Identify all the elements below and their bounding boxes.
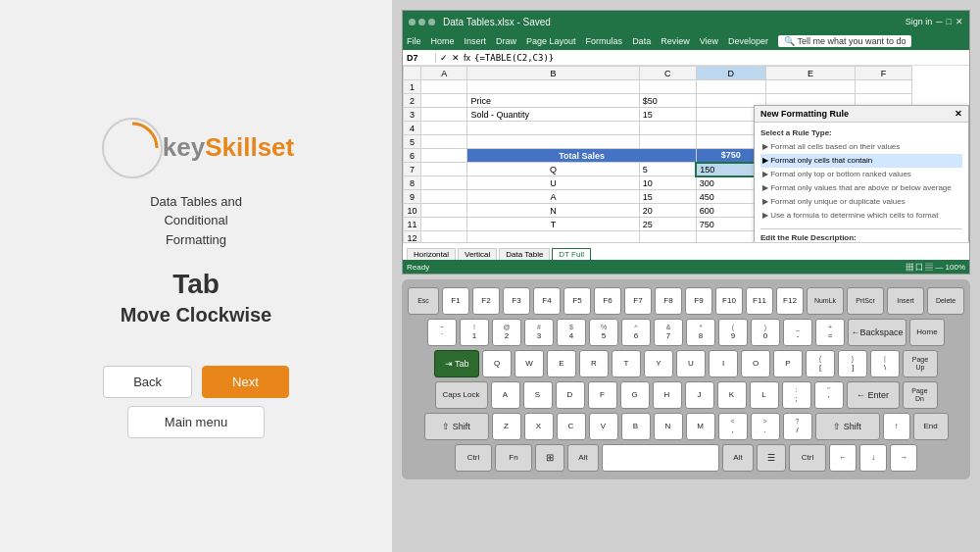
b-key[interactable]: B: [621, 413, 651, 440]
p-key[interactable]: P: [773, 350, 803, 377]
backspace-key[interactable]: ←Backspace: [848, 319, 906, 346]
z-key[interactable]: Z: [492, 413, 521, 440]
a-key[interactable]: A: [491, 381, 520, 409]
j-key[interactable]: J: [685, 381, 714, 409]
3-key[interactable]: #3: [524, 319, 554, 346]
right-shift-key[interactable]: ⇧ Shift: [815, 413, 880, 440]
r-key[interactable]: R: [579, 350, 609, 377]
comma-key[interactable]: <,: [718, 413, 748, 440]
right-alt-key[interactable]: Alt: [722, 444, 754, 472]
f6-key[interactable]: F6: [594, 287, 621, 315]
win-key[interactable]: ⊞: [535, 444, 564, 472]
slash-key[interactable]: ?/: [783, 413, 812, 440]
left-shift-key[interactable]: ⇧ Shift: [424, 413, 489, 440]
w-key[interactable]: W: [514, 350, 544, 377]
tilde-key[interactable]: ~`: [427, 319, 457, 346]
down-arrow-key[interactable]: ↓: [859, 444, 887, 472]
f3-key[interactable]: F3: [503, 287, 530, 315]
f5-key[interactable]: F5: [564, 287, 591, 315]
main-menu-button[interactable]: Main menu: [127, 406, 265, 438]
rule-type-1[interactable]: ▶ Format all cells based on their values: [760, 140, 962, 154]
up-arrow-key[interactable]: ↑: [883, 413, 910, 440]
4-key[interactable]: $4: [557, 319, 586, 346]
c-key[interactable]: C: [557, 413, 586, 440]
rule-type-4[interactable]: ▶ Format only values that are above or b…: [760, 181, 962, 195]
n-key[interactable]: N: [654, 413, 683, 440]
search-bar[interactable]: 🔍 Tell me what you want to do: [778, 35, 911, 47]
o-key[interactable]: O: [741, 350, 770, 377]
d-key[interactable]: D: [556, 381, 585, 409]
sheet-tab-vertical[interactable]: Vertical: [458, 248, 497, 260]
window-maximize[interactable]: □: [947, 17, 952, 26]
home-key[interactable]: Home: [909, 319, 945, 346]
9-key[interactable]: (9: [718, 319, 748, 346]
rule-type-3[interactable]: ▶ Format only top or bottom ranked value…: [760, 168, 962, 181]
m-key[interactable]: M: [686, 413, 715, 440]
tab-key[interactable]: ⇥ Tab: [434, 350, 479, 377]
f8-key[interactable]: F8: [655, 287, 682, 315]
left-ctrl-key[interactable]: Ctrl: [455, 444, 492, 472]
f11-key[interactable]: F11: [746, 287, 773, 315]
f10-key[interactable]: F10: [715, 287, 743, 315]
5-key[interactable]: %5: [589, 319, 618, 346]
enter-key[interactable]: ← Enter: [847, 381, 900, 409]
g-key[interactable]: G: [620, 381, 650, 409]
insert-key[interactable]: Insert: [887, 287, 924, 315]
window-close[interactable]: ✕: [956, 17, 963, 26]
f7-key[interactable]: F7: [624, 287, 652, 315]
f9-key[interactable]: F9: [685, 287, 712, 315]
left-alt-key[interactable]: Alt: [567, 444, 599, 472]
end-key[interactable]: End: [913, 413, 949, 440]
sheet-tab-dtfull[interactable]: DT Full: [552, 248, 591, 260]
menu-formulas[interactable]: Formulas: [586, 36, 623, 46]
window-minimize[interactable]: ─: [936, 17, 942, 26]
prtscr-key[interactable]: PrtScr: [847, 287, 884, 315]
menu-home[interactable]: Home: [431, 36, 455, 46]
cell-c3[interactable]: 15: [639, 108, 696, 122]
k-key[interactable]: K: [717, 381, 747, 409]
numlock-key[interactable]: NumLk: [807, 287, 844, 315]
x-key[interactable]: X: [524, 413, 554, 440]
rule-type-6[interactable]: ▶ Use a formula to determine which cells…: [760, 209, 962, 223]
rule-type-5[interactable]: ▶ Format only unique or duplicate values: [760, 195, 962, 209]
capslock-key[interactable]: Caps Lock: [435, 381, 488, 409]
semicolon-key[interactable]: :;: [782, 381, 811, 409]
f1-key[interactable]: F1: [442, 287, 469, 315]
menu-key[interactable]: ☰: [757, 444, 786, 472]
rule-type-2[interactable]: ▶ Format only cells that contain: [760, 154, 962, 168]
lbracket-key[interactable]: {[: [806, 350, 835, 377]
y-key[interactable]: Y: [644, 350, 673, 377]
cell-ref[interactable]: D7: [407, 53, 436, 63]
dialog-close-icon[interactable]: ✕: [955, 109, 962, 119]
q-key[interactable]: Q: [482, 350, 512, 377]
delete-key[interactable]: Delete: [927, 287, 964, 315]
menu-file[interactable]: File: [407, 36, 421, 46]
next-button[interactable]: Next: [202, 366, 289, 398]
spacebar-key[interactable]: [602, 444, 719, 472]
l-key[interactable]: L: [750, 381, 779, 409]
f4-key[interactable]: F4: [533, 287, 561, 315]
minus-key[interactable]: _-: [783, 319, 812, 346]
esc-key[interactable]: Esc: [408, 287, 439, 315]
rbracket-key[interactable]: }]: [838, 350, 867, 377]
sheet-tab-horizontal[interactable]: Horizontal: [407, 248, 456, 260]
back-button[interactable]: Back: [103, 366, 192, 398]
pagedown-key[interactable]: PageDn: [903, 381, 938, 409]
cell-b2[interactable]: Price: [467, 94, 639, 108]
menu-insert[interactable]: Insert: [465, 36, 487, 46]
fn-key[interactable]: Fn: [495, 444, 532, 472]
f2-key[interactable]: F2: [472, 287, 500, 315]
menu-view[interactable]: View: [700, 36, 718, 46]
e-key[interactable]: E: [547, 350, 576, 377]
menu-developer[interactable]: Developer: [728, 36, 768, 46]
right-arrow-key[interactable]: →: [890, 444, 917, 472]
7-key[interactable]: &7: [654, 319, 683, 346]
menu-data[interactable]: Data: [632, 36, 651, 46]
menu-pagelayout[interactable]: Page Layout: [526, 36, 576, 46]
u-key[interactable]: U: [676, 350, 706, 377]
f12-key[interactable]: F12: [776, 287, 804, 315]
t-key[interactable]: T: [612, 350, 641, 377]
v-key[interactable]: V: [589, 413, 618, 440]
equals-key[interactable]: +=: [815, 319, 845, 346]
quote-key[interactable]: "': [814, 381, 844, 409]
